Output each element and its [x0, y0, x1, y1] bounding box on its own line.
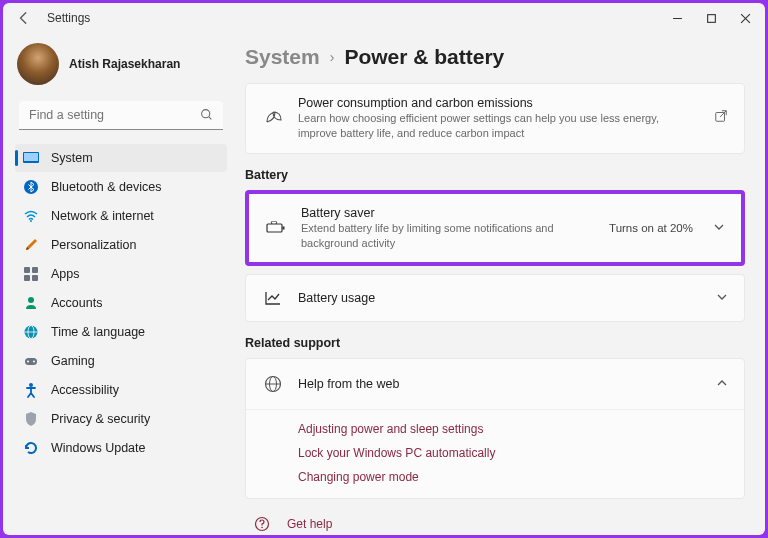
- svg-rect-12: [24, 275, 30, 281]
- sidebar-item-network[interactable]: Network & internet: [15, 202, 227, 230]
- chart-icon: [262, 287, 284, 309]
- brush-icon: [23, 237, 39, 253]
- app-title: Settings: [47, 11, 90, 25]
- search-icon: [200, 107, 213, 125]
- avatar: [17, 43, 59, 85]
- help-web-header[interactable]: Help from the web: [246, 359, 744, 410]
- sidebar-item-privacy[interactable]: Privacy & security: [15, 405, 227, 433]
- sidebar-item-time[interactable]: Time & language: [15, 318, 227, 346]
- card-title: Battery usage: [298, 291, 702, 305]
- svg-point-29: [261, 527, 263, 529]
- sidebar-item-gaming[interactable]: Gaming: [15, 347, 227, 375]
- card-desc: Learn how choosing efficient power setti…: [298, 111, 700, 141]
- card-title: Battery saver: [301, 206, 595, 220]
- section-battery: Battery: [245, 168, 745, 182]
- battery-saver-icon: [265, 217, 287, 239]
- help-link[interactable]: Adjusting power and sleep settings: [298, 422, 728, 436]
- svg-rect-24: [283, 227, 285, 230]
- sidebar-item-label: System: [51, 151, 93, 165]
- svg-point-20: [33, 361, 35, 363]
- sidebar-item-update[interactable]: Windows Update: [15, 434, 227, 462]
- svg-rect-7: [24, 153, 38, 161]
- get-help-row[interactable]: Get help: [245, 499, 745, 535]
- sidebar-item-bluetooth[interactable]: Bluetooth & devices: [15, 173, 227, 201]
- svg-rect-23: [267, 224, 282, 232]
- sidebar-item-apps[interactable]: Apps: [15, 260, 227, 288]
- minimize-icon: [672, 13, 683, 24]
- svg-rect-1: [707, 14, 715, 22]
- svg-point-19: [27, 361, 29, 363]
- sidebar-item-label: Personalization: [51, 238, 136, 252]
- svg-point-9: [30, 220, 32, 222]
- maximize-icon: [706, 13, 717, 24]
- chevron-up-icon: [716, 375, 728, 393]
- card-help-web: Help from the web Adjusting power and sl…: [245, 358, 745, 499]
- apps-icon: [23, 266, 39, 282]
- leaf-icon: [262, 107, 284, 129]
- person-icon: [23, 295, 39, 311]
- system-icon: [23, 150, 39, 166]
- close-icon: [740, 13, 751, 24]
- card-title: Help from the web: [298, 377, 702, 391]
- page-title: Power & battery: [344, 45, 504, 69]
- sidebar-item-label: Accounts: [51, 296, 102, 310]
- sidebar-item-label: Accessibility: [51, 383, 119, 397]
- update-icon: [23, 440, 39, 456]
- external-link-icon[interactable]: [714, 109, 728, 127]
- username: Atish Rajasekharan: [69, 57, 180, 71]
- help-link[interactable]: Changing power mode: [298, 470, 728, 484]
- svg-point-14: [28, 297, 34, 303]
- help-icon: [251, 513, 273, 535]
- profile[interactable]: Atish Rajasekharan: [15, 37, 227, 97]
- sidebar-item-label: Gaming: [51, 354, 95, 368]
- accessibility-icon: [23, 382, 39, 398]
- sidebar-item-personalization[interactable]: Personalization: [15, 231, 227, 259]
- get-help-link[interactable]: Get help: [287, 517, 332, 531]
- shield-icon: [23, 411, 39, 427]
- sidebar-item-accessibility[interactable]: Accessibility: [15, 376, 227, 404]
- svg-rect-13: [32, 275, 38, 281]
- back-button[interactable]: [15, 9, 33, 27]
- svg-point-4: [202, 109, 210, 117]
- sidebar-item-label: Time & language: [51, 325, 145, 339]
- svg-rect-10: [24, 267, 30, 273]
- wifi-icon: [23, 208, 39, 224]
- sidebar-item-label: Privacy & security: [51, 412, 150, 426]
- bluetooth-icon: [23, 179, 39, 195]
- card-title: Power consumption and carbon emissions: [298, 96, 700, 110]
- svg-rect-11: [32, 267, 38, 273]
- sidebar-item-label: Bluetooth & devices: [51, 180, 162, 194]
- svg-rect-18: [25, 358, 37, 365]
- search-box[interactable]: [19, 101, 223, 130]
- card-battery-usage[interactable]: Battery usage: [245, 274, 745, 322]
- chevron-down-icon: [716, 289, 728, 307]
- sidebar-item-label: Windows Update: [51, 441, 146, 455]
- minimize-button[interactable]: [669, 10, 685, 26]
- breadcrumb: System › Power & battery: [245, 45, 745, 69]
- section-support: Related support: [245, 336, 745, 350]
- svg-point-21: [29, 383, 33, 387]
- globe-clock-icon: [23, 324, 39, 340]
- help-link[interactable]: Lock your Windows PC automatically: [298, 446, 728, 460]
- setting-value: Turns on at 20%: [609, 222, 693, 234]
- chevron-down-icon: [713, 219, 725, 237]
- breadcrumb-parent[interactable]: System: [245, 45, 320, 69]
- chevron-right-icon: ›: [330, 49, 335, 65]
- card-battery-saver[interactable]: Battery saver Extend battery life by lim…: [249, 194, 741, 263]
- globe-icon: [262, 373, 284, 395]
- svg-line-5: [209, 116, 211, 118]
- card-carbon-emissions[interactable]: Power consumption and carbon emissions L…: [245, 83, 745, 154]
- close-button[interactable]: [737, 10, 753, 26]
- arrow-left-icon: [17, 11, 31, 25]
- search-input[interactable]: [19, 101, 223, 130]
- sidebar-item-label: Apps: [51, 267, 80, 281]
- gamepad-icon: [23, 353, 39, 369]
- sidebar-item-system[interactable]: System: [15, 144, 227, 172]
- card-desc: Extend battery life by limiting some not…: [301, 221, 595, 251]
- maximize-button[interactable]: [703, 10, 719, 26]
- sidebar-item-label: Network & internet: [51, 209, 154, 223]
- sidebar-item-accounts[interactable]: Accounts: [15, 289, 227, 317]
